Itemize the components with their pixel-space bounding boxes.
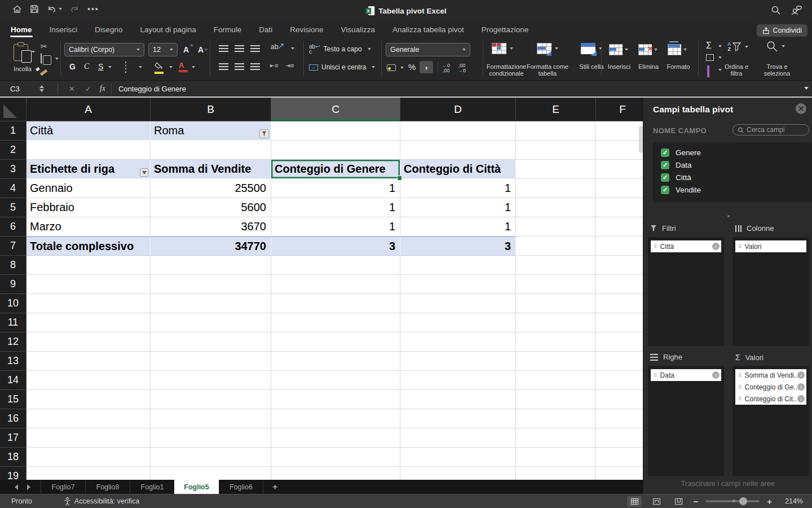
cell-D2[interactable] <box>400 141 516 160</box>
zoom-slider[interactable] <box>705 500 760 502</box>
decrease-indent-icon[interactable]: ⇤≡ <box>270 62 277 69</box>
cell-B11[interactable] <box>151 313 271 332</box>
cell-C12[interactable] <box>271 332 400 352</box>
cell-D15[interactable] <box>400 390 516 409</box>
cell-F10[interactable] <box>596 294 643 313</box>
zoom-in-button[interactable]: + <box>767 497 772 506</box>
row-header-9[interactable]: 9 <box>0 275 27 294</box>
cell-E16[interactable] <box>516 409 596 428</box>
number-format-select[interactable]: Generale <box>386 43 470 56</box>
field-item-vendite[interactable]: ✓Vendite <box>661 183 812 196</box>
cell-F14[interactable] <box>596 371 643 390</box>
font-size-select[interactable]: 12 <box>148 43 178 56</box>
tab-home[interactable]: Home <box>10 24 33 37</box>
cell-F8[interactable] <box>596 256 643 275</box>
pill-info-icon[interactable]: i <box>797 383 805 391</box>
cell-F7[interactable] <box>596 237 643 256</box>
cell-C18[interactable] <box>271 448 400 467</box>
row-header-16[interactable]: 16 <box>0 409 27 428</box>
tab-revisione[interactable]: Revisione <box>289 24 324 37</box>
cell-A8[interactable] <box>27 256 151 275</box>
cell-B14[interactable] <box>151 371 271 390</box>
font-color-icon[interactable]: A <box>179 61 188 72</box>
area-pill-conteggio-di-cit-[interactable]: ⠿Conteggio di Cit...i <box>735 393 806 405</box>
page-break-view-icon[interactable] <box>671 496 686 507</box>
autosum-icon[interactable]: Σ <box>706 41 712 51</box>
page-layout-view-icon[interactable] <box>649 496 664 507</box>
cell-B16[interactable] <box>151 409 271 428</box>
row-header-5[interactable]: 5 <box>0 198 27 217</box>
cut-icon[interactable]: ✂ <box>41 42 47 51</box>
cell-D7[interactable]: 3 <box>400 237 516 256</box>
col-header-C[interactable]: C <box>271 98 400 121</box>
cell-F18[interactable] <box>596 448 643 467</box>
cell-D17[interactable] <box>400 428 516 448</box>
cell-A5[interactable]: Febbraio <box>27 198 151 217</box>
tab-disegno[interactable]: Disegno <box>94 24 123 37</box>
zoom-slider-knob[interactable] <box>739 497 747 505</box>
format-cells-button[interactable] <box>668 44 687 55</box>
cell-E19[interactable] <box>516 467 596 480</box>
cell-F2[interactable] <box>596 141 643 160</box>
add-sheet-button[interactable]: + <box>263 480 286 494</box>
cell-D10[interactable] <box>400 294 516 313</box>
row-header-3[interactable]: 3 <box>0 160 27 179</box>
name-box-stepper[interactable] <box>39 85 44 92</box>
field-item-data[interactable]: ✓Data <box>661 159 812 171</box>
align-middle-icon[interactable] <box>235 45 244 52</box>
share-button[interactable]: Condividi <box>757 24 807 37</box>
row-header-10[interactable]: 10 <box>0 294 27 313</box>
sheet-tab-foglio7[interactable]: Foglio7 <box>41 480 85 494</box>
drag-handle-icon[interactable]: ⠿ <box>654 244 657 249</box>
cell-B3[interactable]: Somma di Vendite <box>151 160 271 179</box>
tab-analizza-tabella-pivot[interactable]: Analizza tabella pivot <box>392 24 465 37</box>
pill-info-icon[interactable]: i <box>712 243 720 250</box>
select-all-corner[interactable] <box>0 98 27 121</box>
borders-icon[interactable] <box>125 62 126 72</box>
field-checkbox-città[interactable]: ✓ <box>661 173 669 182</box>
area-pill-conteggio-di-ge-[interactable]: ⠿Conteggio di Ge...i <box>735 381 806 393</box>
drag-handle-icon[interactable]: ⠿ <box>654 373 657 378</box>
col-header-F[interactable]: F <box>596 98 643 121</box>
prev-sheet-icon[interactable] <box>15 484 18 490</box>
cell-B6[interactable]: 3670 <box>151 217 271 237</box>
search-icon[interactable] <box>771 5 781 15</box>
row-header-6[interactable]: 6 <box>0 217 27 237</box>
cell-F19[interactable] <box>596 467 643 480</box>
values-area-box[interactable]: ⠿Somma di Vendi...i⠿Conteggio di Ge...i⠿… <box>732 366 809 476</box>
row-header-4[interactable]: 4 <box>0 179 27 198</box>
find-select-button[interactable] <box>766 41 785 53</box>
cell-D8[interactable] <box>400 256 516 275</box>
area-pill-città[interactable]: ⠿Cittài <box>651 240 721 252</box>
cell-A3[interactable]: Etichette di riga <box>27 160 151 179</box>
home-icon[interactable] <box>12 5 22 14</box>
cell-B13[interactable] <box>151 352 271 371</box>
sheet-tab-foglio6[interactable]: Foglio6 <box>219 480 263 494</box>
field-search-input[interactable]: Cerca campi <box>732 124 809 135</box>
fill-color-icon[interactable] <box>155 61 164 74</box>
cell-C5[interactable]: 1 <box>271 198 400 217</box>
row-header-19[interactable]: 19 <box>0 467 27 480</box>
normal-view-icon[interactable] <box>627 496 642 507</box>
col-header-D[interactable]: D <box>400 98 516 121</box>
cell-C3[interactable]: Conteggio di Genere <box>271 160 400 179</box>
cell-A2[interactable] <box>27 141 151 160</box>
italic-button[interactable]: C <box>84 62 89 71</box>
undo-button[interactable] <box>47 5 62 14</box>
cell-F17[interactable] <box>596 428 643 448</box>
row-header-18[interactable]: 18 <box>0 448 27 467</box>
filters-area-box[interactable]: ⠿Cittài <box>648 237 724 346</box>
cell-A4[interactable]: Gennaio <box>27 179 151 198</box>
cell-B4[interactable]: 25500 <box>151 179 271 198</box>
cell-E11[interactable] <box>516 313 596 332</box>
more-commands-icon[interactable]: ••• <box>87 5 99 14</box>
columns-area-box[interactable]: ⠿Valori <box>732 237 809 346</box>
cell-C13[interactable] <box>271 352 400 371</box>
cell-B8[interactable] <box>151 256 271 275</box>
cell-F4[interactable] <box>596 179 643 198</box>
cell-E6[interactable] <box>516 217 596 237</box>
row-header-17[interactable]: 17 <box>0 428 27 448</box>
row-header-15[interactable]: 15 <box>0 390 27 409</box>
cell-F12[interactable] <box>596 332 643 352</box>
align-left-icon[interactable] <box>219 63 228 70</box>
